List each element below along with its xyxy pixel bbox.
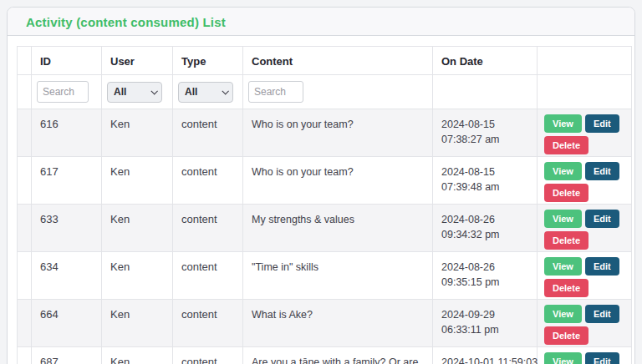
control-cell <box>18 252 32 300</box>
column-header-on-date[interactable]: On Date <box>433 47 538 75</box>
control-filter-cell <box>18 75 32 109</box>
id-cell: 687 <box>32 347 102 364</box>
type-filter-select[interactable]: All <box>178 82 233 103</box>
table-row: 634 Ken content "Time in" skills 2024-08… <box>18 252 632 300</box>
type-filter-cell: All <box>173 75 243 109</box>
user-cell: Ken <box>102 252 173 300</box>
table-row: 633 Ken content My strengths & values 20… <box>18 205 632 252</box>
table-row: 664 Ken content What is Ake? 2024-09-29 … <box>18 300 632 347</box>
activity-list-card: Activity (content consumed) List ID User… <box>7 7 635 364</box>
filter-row: All All <box>18 75 632 109</box>
table-row: 616 Ken content Who is on your team? 202… <box>18 109 632 157</box>
user-cell: Ken <box>102 347 173 364</box>
delete-button[interactable]: Delete <box>544 184 588 202</box>
actions-cell: View Edit Delete <box>538 157 632 205</box>
delete-button[interactable]: Delete <box>544 136 588 154</box>
control-cell <box>18 205 32 252</box>
content-cell: What is Ake? <box>243 300 433 347</box>
edit-button[interactable]: Edit <box>585 210 619 228</box>
column-header-actions <box>538 47 632 75</box>
view-button[interactable]: View <box>544 305 582 323</box>
delete-button[interactable]: Delete <box>544 326 588 345</box>
content-cell: Are you a tāne with a family? Or are you… <box>243 347 433 364</box>
id-filter-cell <box>32 75 102 109</box>
edit-button[interactable]: Edit <box>585 162 619 180</box>
content-cell: Who is on your team? <box>243 109 433 157</box>
table-row: 617 Ken content Who is on your team? 202… <box>18 157 632 205</box>
control-cell <box>18 300 32 347</box>
on-date-cell: 2024-08-15 07:38:27 am <box>433 109 538 157</box>
user-cell: Ken <box>102 109 173 157</box>
user-filter-cell: All <box>102 75 173 109</box>
user-cell: Ken <box>102 300 173 347</box>
content-cell: Who is on your team? <box>243 157 433 205</box>
type-cell: content <box>173 347 243 364</box>
type-cell: content <box>173 157 243 205</box>
user-filter-select[interactable]: All <box>107 82 162 103</box>
edit-button[interactable]: Edit <box>585 114 619 133</box>
view-button[interactable]: View <box>544 210 582 228</box>
view-button[interactable]: View <box>544 114 582 133</box>
page-title: Activity (content consumed) List <box>26 15 226 29</box>
edit-button[interactable]: Edit <box>585 305 619 323</box>
view-button[interactable]: View <box>544 352 582 364</box>
actions-filter-cell <box>538 75 632 109</box>
type-cell: content <box>173 109 243 157</box>
column-header-type[interactable]: Type <box>173 47 243 75</box>
id-cell: 664 <box>32 300 102 347</box>
id-cell: 633 <box>32 205 102 252</box>
date-filter-cell <box>433 75 538 109</box>
delete-button[interactable]: Delete <box>544 231 588 250</box>
on-date-cell: 2024-08-26 09:34:32 pm <box>433 205 538 252</box>
actions-cell: View Edit Delete <box>538 347 632 364</box>
id-cell: 634 <box>32 252 102 300</box>
card-body: ID User Type Content On Date A <box>8 36 634 364</box>
control-cell <box>18 347 32 364</box>
delete-button[interactable]: Delete <box>544 279 588 297</box>
type-cell: content <box>173 205 243 252</box>
actions-cell: View Edit Delete <box>538 109 632 157</box>
table-row: 687 Ken content Are you a tāne with a fa… <box>18 347 632 364</box>
on-date-cell: 2024-08-15 07:39:48 am <box>433 157 538 205</box>
actions-cell: View Edit Delete <box>538 300 632 347</box>
edit-button[interactable]: Edit <box>585 352 619 364</box>
column-header-content[interactable]: Content <box>243 47 433 75</box>
card-header: Activity (content consumed) List <box>8 8 634 36</box>
column-header-user[interactable]: User <box>102 47 173 75</box>
id-cell: 616 <box>32 109 102 157</box>
actions-cell: View Edit Delete <box>538 205 632 252</box>
id-search-input[interactable] <box>37 81 89 103</box>
view-button[interactable]: View <box>544 162 582 180</box>
column-header-id[interactable]: ID <box>32 47 102 75</box>
edit-button[interactable]: Edit <box>585 257 619 276</box>
view-button[interactable]: View <box>544 257 582 276</box>
control-column-header <box>18 47 32 75</box>
content-cell: My strengths & values <box>243 205 433 252</box>
on-date-cell: 2024-08-26 09:35:15 pm <box>433 252 538 300</box>
header-row: ID User Type Content On Date <box>18 47 632 75</box>
on-date-cell: 2024-09-29 06:33:11 pm <box>433 300 538 347</box>
type-cell: content <box>173 252 243 300</box>
content-cell: "Time in" skills <box>243 252 433 300</box>
on-date-cell: 2024-10-01 11:59:03 pm <box>433 347 538 364</box>
user-cell: Ken <box>102 157 173 205</box>
control-cell <box>18 157 32 205</box>
content-search-input[interactable] <box>248 81 303 103</box>
content-filter-cell <box>243 75 433 109</box>
actions-cell: View Edit Delete <box>538 252 632 300</box>
user-cell: Ken <box>102 205 173 252</box>
activity-table: ID User Type Content On Date A <box>17 46 632 364</box>
type-cell: content <box>173 300 243 347</box>
id-cell: 617 <box>32 157 102 205</box>
control-cell <box>18 109 32 157</box>
